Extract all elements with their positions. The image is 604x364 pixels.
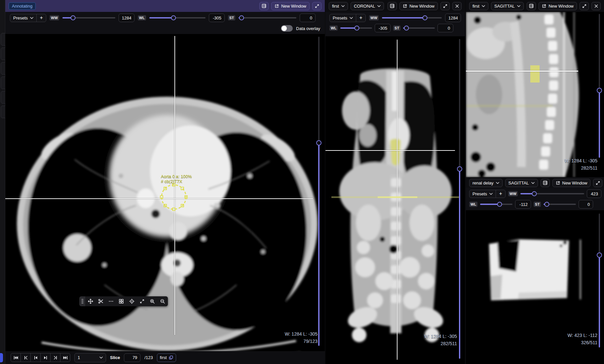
zoom-in-icon[interactable] [147, 296, 158, 306]
series-dropdown[interactable]: renal delay [469, 179, 503, 187]
add-preset-button[interactable]: + [496, 190, 506, 198]
orientation-dropdown[interactable]: SAGITTAL [491, 2, 524, 10]
layout-icon[interactable] [388, 2, 397, 10]
crosshair-horizontal[interactable] [325, 150, 455, 151]
prev-bound-icon[interactable] [20, 353, 31, 362]
panel-sagittal: first SAGITTAL New Window [466, 0, 604, 177]
ww-slider[interactable] [62, 17, 115, 18]
renal-controls-row2: WL ST [469, 200, 601, 209]
grid-icon[interactable] [116, 296, 127, 306]
new-window-button[interactable]: New Window [539, 2, 577, 10]
wl-value-input[interactable] [209, 14, 225, 22]
crosshair-vertical[interactable] [397, 40, 397, 360]
new-window-button[interactable]: New Window [399, 2, 438, 10]
series-dropdown[interactable]: first [469, 2, 488, 10]
new-window-button[interactable]: New Window [552, 179, 591, 187]
coronal-controls-row1: Presets + WW [329, 14, 461, 22]
st-value-input[interactable] [579, 200, 593, 209]
close-icon[interactable] [591, 2, 601, 10]
ww-value-input[interactable] [119, 14, 134, 22]
expand-icon[interactable] [312, 2, 321, 10]
skip-first-icon[interactable] [11, 353, 21, 362]
slice-label: Slice [110, 355, 120, 360]
close-icon[interactable] [452, 2, 462, 10]
ww-chip: WW [508, 191, 518, 196]
add-preset-button[interactable]: + [36, 14, 46, 22]
presets-dropdown[interactable]: Presets [10, 14, 37, 22]
crosshair-horizontal[interactable] [466, 71, 578, 72]
orientation-dropdown[interactable]: SAGITTAL [505, 179, 538, 187]
st-value-input[interactable] [437, 24, 453, 32]
cut-icon[interactable] [95, 296, 106, 306]
frame-select-dropdown[interactable]: 1 [74, 353, 106, 362]
st-slider[interactable] [403, 27, 435, 29]
ww-value-input[interactable] [587, 189, 601, 198]
step-back-icon[interactable] [30, 353, 41, 362]
layout-icon[interactable] [259, 2, 269, 10]
orientation-dropdown[interactable]: CORONAL [351, 2, 384, 10]
st-slider[interactable] [544, 204, 576, 205]
coronal-viewport[interactable]: W: 1284 L: -305 282/511 [325, 36, 465, 364]
cine-bar: 1 Slice /123 first [5, 351, 325, 364]
left-toolbar-rail [0, 0, 5, 364]
ww-slider[interactable] [382, 17, 442, 18]
panel-axial: Annotating New Window Presets [5, 0, 325, 364]
new-window-button[interactable]: New Window [271, 2, 310, 10]
renal-slice-slider[interactable] [599, 210, 600, 364]
scan-range-highlight [331, 196, 459, 198]
wl-value-input[interactable] [375, 24, 391, 32]
presets-dropdown[interactable]: Presets [329, 14, 356, 22]
wl-chip: WL [138, 15, 146, 20]
fullscreen-icon[interactable] [137, 296, 147, 306]
axial-slice-slider[interactable] [318, 34, 320, 351]
ww-chip: WW [369, 15, 379, 20]
expand-icon[interactable] [440, 2, 450, 10]
axial-window-overlay: W: 1284 L: -305 79/123 [285, 330, 318, 345]
coronal-header: first CORONAL New Window [325, 0, 465, 12]
wl-slider[interactable] [480, 204, 512, 205]
series-chip[interactable]: first [157, 353, 176, 362]
series-dropdown[interactable]: first [329, 2, 348, 10]
add-preset-button[interactable]: + [356, 14, 366, 22]
layout-icon[interactable] [527, 2, 536, 10]
right-column: first SAGITTAL New Window [466, 0, 604, 364]
skip-last-icon[interactable] [60, 353, 70, 362]
wl-slider[interactable] [149, 17, 206, 18]
wl-value-input[interactable] [515, 200, 531, 209]
ww-slider[interactable] [520, 193, 584, 194]
coronal-window-overlay: W: 1284 L: -305 282/511 [424, 333, 457, 347]
slice-total: /123 [144, 355, 153, 360]
wl-slider[interactable] [340, 27, 372, 29]
data-overlay-toggle[interactable] [281, 25, 293, 32]
slice-input[interactable] [124, 353, 140, 362]
sagittal-viewport[interactable]: W: 1284 L: -305 282/511 [466, 12, 604, 177]
axial-viewport[interactable]: Aorta 0 a: 100% # cb(2)T7X [5, 34, 325, 351]
ww-value-input[interactable] [445, 14, 461, 22]
coronal-slice-slider[interactable] [459, 36, 460, 364]
zoom-out-icon[interactable] [158, 296, 168, 306]
step-forward-icon[interactable] [40, 353, 51, 362]
tab-annotating[interactable]: Annotating [9, 2, 36, 10]
presets-dropdown[interactable]: Presets [469, 190, 496, 198]
layout-icon[interactable] [541, 179, 550, 187]
new-window-icon [556, 181, 560, 185]
next-bound-icon[interactable] [50, 353, 60, 362]
roi-circle[interactable] [158, 181, 190, 213]
sagittal-slice-slider[interactable] [599, 12, 600, 177]
corner-accent-button[interactable] [0, 353, 3, 362]
coronal-ct-image[interactable] [325, 36, 465, 364]
st-chip: ST [534, 202, 541, 207]
renal-viewport[interactable]: W: 423 L: -112 326/511 [466, 210, 604, 364]
axial-header: Annotating New Window [5, 0, 325, 12]
st-value-input[interactable] [300, 14, 316, 22]
sagittal-header: first SAGITTAL New Window [466, 0, 604, 12]
expand-icon[interactable] [593, 179, 602, 187]
st-chip: ST [228, 15, 235, 20]
sagittal-ct-image[interactable] [466, 12, 604, 177]
st-slider[interactable] [239, 17, 296, 18]
target-icon[interactable] [127, 296, 137, 306]
drag-handle-icon[interactable] [79, 296, 85, 306]
pan-icon[interactable] [85, 296, 95, 306]
expand-icon[interactable] [580, 2, 589, 10]
more-icon[interactable] [106, 296, 116, 306]
